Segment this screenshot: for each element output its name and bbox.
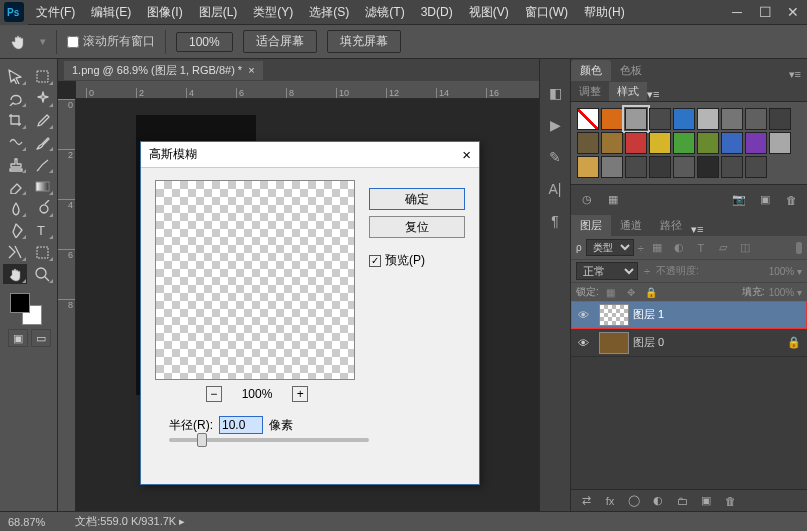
menu-item[interactable]: 图像(I) xyxy=(139,0,190,25)
tab-color[interactable]: 颜色 xyxy=(571,60,611,81)
layer-item[interactable]: 👁图层 1 xyxy=(571,301,807,329)
style-swatch[interactable] xyxy=(673,132,695,154)
style-swatch[interactable] xyxy=(649,156,671,178)
new-fill-icon[interactable]: ◐ xyxy=(647,492,669,510)
style-swatch[interactable] xyxy=(625,156,647,178)
new-layer-icon[interactable]: ▣ xyxy=(695,492,717,510)
radius-input[interactable] xyxy=(219,416,263,434)
filter-shape-icon[interactable]: ▱ xyxy=(714,240,732,256)
new-snapshot-icon[interactable]: ▣ xyxy=(755,190,775,210)
dialog-titlebar[interactable]: 高斯模糊 × xyxy=(141,142,479,168)
status-zoom[interactable]: 68.87% xyxy=(8,516,45,528)
filter-pixel-icon[interactable]: ▦ xyxy=(648,240,666,256)
panel-menu-icon[interactable]: ▾≡ xyxy=(783,68,807,81)
dodge-tool[interactable] xyxy=(30,198,54,218)
tab-adjustments[interactable]: 调整 xyxy=(571,82,609,101)
menu-item[interactable]: 类型(Y) xyxy=(245,0,301,25)
tab-swatches[interactable]: 色板 xyxy=(611,60,651,81)
menu-item[interactable]: 窗口(W) xyxy=(517,0,576,25)
collapsed-color-icon[interactable]: ◧ xyxy=(540,77,570,109)
style-swatch[interactable] xyxy=(601,156,623,178)
visibility-icon[interactable]: 👁 xyxy=(571,337,595,349)
gradient-tool[interactable] xyxy=(30,176,54,196)
collapsed-brush-icon[interactable]: ✎ xyxy=(540,141,570,173)
tab-paths[interactable]: 路径 xyxy=(651,215,691,236)
filter-toggle[interactable] xyxy=(796,242,802,254)
blend-mode-select[interactable]: 正常 xyxy=(576,262,638,280)
style-swatch[interactable] xyxy=(673,156,695,178)
eraser-tool[interactable] xyxy=(3,176,27,196)
style-swatch[interactable] xyxy=(601,108,623,130)
blur-tool[interactable] xyxy=(3,198,27,218)
menu-item[interactable]: 3D(D) xyxy=(413,0,461,25)
style-swatch[interactable] xyxy=(625,108,647,130)
style-swatch[interactable] xyxy=(697,132,719,154)
minimize-button[interactable]: ─ xyxy=(723,0,751,25)
menu-item[interactable]: 图层(L) xyxy=(191,0,246,25)
eyedropper-tool[interactable] xyxy=(30,110,54,130)
menu-item[interactable]: 视图(V) xyxy=(461,0,517,25)
shape-tool[interactable] xyxy=(30,242,54,262)
layer-mask-icon[interactable]: ◯ xyxy=(623,492,645,510)
filter-type-icon[interactable]: T xyxy=(692,240,710,256)
camera-icon[interactable]: 📷 xyxy=(729,190,749,210)
style-swatch[interactable] xyxy=(625,132,647,154)
visibility-icon[interactable]: 👁 xyxy=(571,309,595,321)
layer-name[interactable]: 图层 1 xyxy=(633,307,664,322)
reset-button[interactable]: 复位 xyxy=(369,216,465,238)
quickmask-toggle[interactable]: ▣ xyxy=(8,329,28,347)
lock-all-icon[interactable]: 🔒 xyxy=(643,285,659,299)
style-swatch[interactable] xyxy=(721,156,743,178)
style-swatch[interactable] xyxy=(769,108,791,130)
preview-checkbox[interactable]: ✓预览(P) xyxy=(369,244,465,269)
trash-icon[interactable]: 🗑 xyxy=(781,190,801,210)
radius-slider[interactable] xyxy=(169,438,369,442)
style-swatch[interactable] xyxy=(721,108,743,130)
wand-tool[interactable] xyxy=(30,88,54,108)
panel-menu-icon[interactable]: ▾≡ xyxy=(691,223,703,236)
style-swatch[interactable] xyxy=(745,156,767,178)
maximize-button[interactable]: ☐ xyxy=(751,0,779,25)
layer-fx-icon[interactable]: fx xyxy=(599,492,621,510)
zoom-out-button[interactable]: − xyxy=(206,386,222,402)
lock-pixels-icon[interactable]: ▦ xyxy=(603,285,619,299)
layer-name[interactable]: 图层 0 xyxy=(633,335,664,350)
style-swatch[interactable] xyxy=(745,132,767,154)
fill-screen-button[interactable]: 填充屏幕 xyxy=(327,30,401,53)
zoom-tool[interactable] xyxy=(30,264,54,284)
dialog-preview[interactable] xyxy=(155,180,355,380)
style-swatch[interactable] xyxy=(769,132,791,154)
style-swatch[interactable] xyxy=(745,108,767,130)
foreground-background-swatch[interactable] xyxy=(0,287,57,329)
lasso-tool[interactable] xyxy=(3,88,27,108)
collapsed-paragraph-icon[interactable]: ¶ xyxy=(540,205,570,237)
collapsed-play-icon[interactable]: ▶ xyxy=(540,109,570,141)
status-doc-info[interactable]: 文档:559.0 K/931.7K ▸ xyxy=(75,514,185,529)
tab-styles[interactable]: 样式 xyxy=(609,82,647,101)
close-button[interactable]: ✕ xyxy=(779,0,807,25)
menu-item[interactable]: 文件(F) xyxy=(28,0,83,25)
filter-smart-icon[interactable]: ◫ xyxy=(736,240,754,256)
pen-tool[interactable] xyxy=(3,220,27,240)
layer-item[interactable]: 👁图层 0🔒 xyxy=(571,329,807,357)
lock-position-icon[interactable]: ✥ xyxy=(623,285,639,299)
zoom-in-button[interactable]: + xyxy=(292,386,308,402)
ok-button[interactable]: 确定 xyxy=(369,188,465,210)
history-brush-tool[interactable] xyxy=(30,154,54,174)
style-swatch[interactable] xyxy=(697,156,719,178)
style-swatch[interactable] xyxy=(673,108,695,130)
layer-filter-type[interactable]: 类型 xyxy=(586,239,634,256)
delete-layer-icon[interactable]: 🗑 xyxy=(719,492,741,510)
hand-tool[interactable] xyxy=(3,264,27,284)
style-swatch[interactable] xyxy=(577,132,599,154)
collapsed-type-icon[interactable]: A| xyxy=(540,173,570,205)
tab-channels[interactable]: 通道 xyxy=(611,215,651,236)
style-swatch[interactable] xyxy=(649,132,671,154)
style-swatch[interactable] xyxy=(649,108,671,130)
move-tool[interactable] xyxy=(3,66,27,86)
marquee-tool[interactable] xyxy=(30,66,54,86)
style-swatch[interactable] xyxy=(697,108,719,130)
filter-adjust-icon[interactable]: ◐ xyxy=(670,240,688,256)
foreground-color[interactable] xyxy=(10,293,30,313)
menu-item[interactable]: 选择(S) xyxy=(301,0,357,25)
